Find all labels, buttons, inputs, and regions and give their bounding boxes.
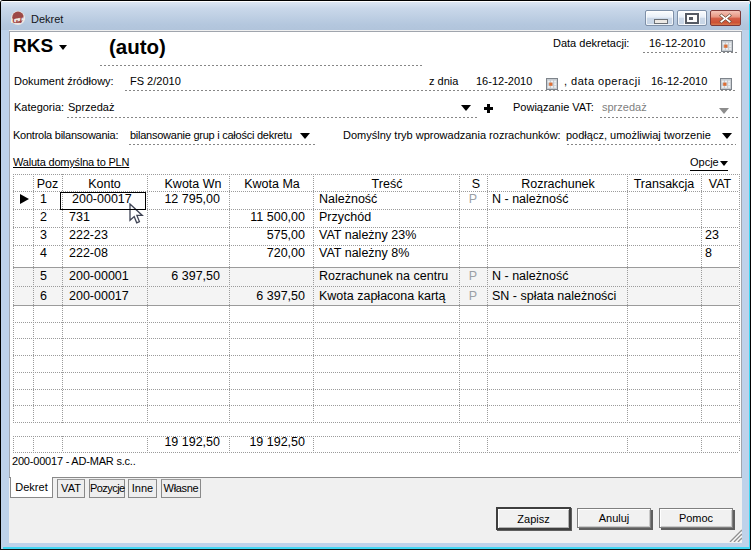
svg-text:GT: GT <box>13 16 25 25</box>
